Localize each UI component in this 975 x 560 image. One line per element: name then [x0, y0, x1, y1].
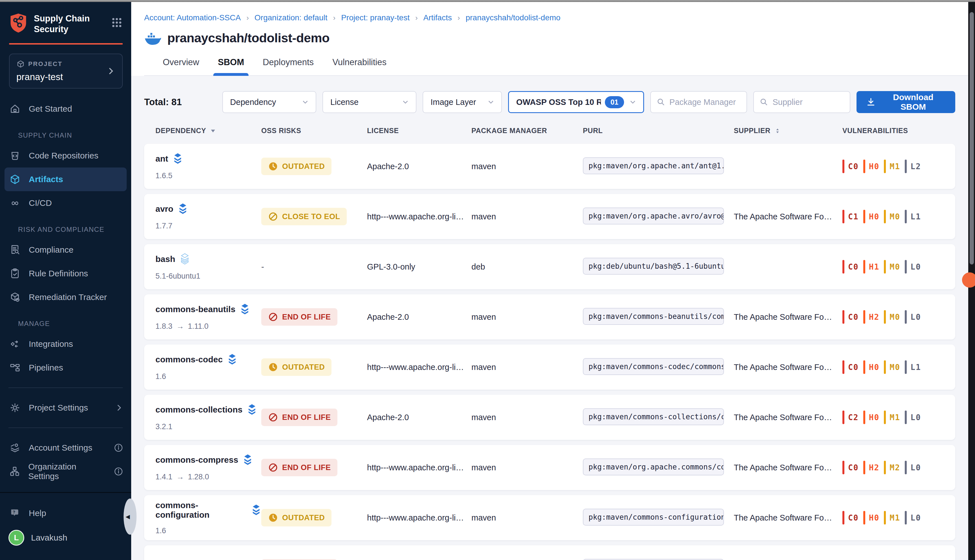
severity-bar	[905, 160, 907, 173]
dependency-name[interactable]: commons-collections	[155, 405, 242, 415]
severity-m-count: M0	[884, 260, 905, 273]
chevron-down-icon	[487, 98, 495, 106]
purl-chip[interactable]: pkg:maven/org.apache.avro/avro@1…	[583, 208, 724, 225]
table-row-commons-collections[interactable]: commons-collections3.2.1END OF LIFEApach…	[144, 395, 955, 440]
table-row-bash[interactable]: bash5.1-6ubuntu1-GPL-3.0-onlydebpkg:deb/…	[144, 244, 955, 289]
severity-bar	[884, 410, 886, 424]
severity-label: L0	[910, 513, 921, 522]
dependency-name[interactable]: ant	[155, 154, 168, 163]
breadcrumb-project[interactable]: Project: pranay-test	[341, 13, 410, 22]
severity-h-count: H0	[863, 410, 884, 424]
info-icon[interactable]	[114, 443, 123, 453]
module-grid-icon[interactable]	[111, 13, 123, 28]
table-row-avro[interactable]: avro1.7.7CLOSE TO EOLhttp---www.apache.o…	[144, 194, 955, 239]
floating-widget-dot[interactable]	[962, 272, 975, 288]
purl-chip[interactable]: pkg:maven/org.apache.ant/ant@1.6…	[583, 157, 724, 174]
sidebar-item-integrations[interactable]: Integrations	[0, 332, 131, 356]
dependency-name[interactable]: bash	[155, 254, 175, 264]
breadcrumb-organization[interactable]: Organization: default	[254, 13, 327, 22]
tab-deployments[interactable]: Deployments	[263, 57, 314, 75]
home-icon	[8, 103, 22, 115]
sidebar-item-ci-cd[interactable]: CI/CD	[0, 191, 131, 215]
severity-label: M1	[890, 513, 900, 522]
purl-cell: pkg:maven/org.apache.avro/avro@1…	[583, 208, 734, 226]
dependency-name[interactable]: commons-beanutils	[155, 305, 235, 314]
severity-c-count: C0	[842, 511, 863, 525]
severity-label: M1	[890, 162, 900, 171]
purl-chip[interactable]: pkg:maven/commons-beanutils/comm…	[583, 308, 724, 325]
info-icon[interactable]	[114, 467, 123, 476]
purl-chip[interactable]: pkg:maven/org.apache.commons/com…	[583, 458, 724, 475]
sidebar-item-help[interactable]: ? Help	[0, 502, 131, 525]
dependency-cell: bash5.1-6ubuntu1	[155, 253, 261, 280]
purl-chip[interactable]: pkg:deb/ubuntu/bash@5.1-6ubuntu1	[583, 258, 724, 275]
breadcrumb-current[interactable]: pranaycshah/todolist-demo	[466, 13, 560, 22]
sidebar-item-get-started[interactable]: Get Started	[0, 97, 131, 121]
column-dependency[interactable]: DEPENDENCY	[155, 127, 261, 135]
sidebar-bottom: ? Help L Lavakush	[0, 492, 131, 560]
severity-label: M2	[890, 463, 900, 472]
oss-risk-badge: END OF LIFE	[261, 459, 337, 476]
table-row-commons-fileupload[interactable]: commons-fileuploadEND OF LIFEApache-2.0m…	[144, 545, 955, 560]
user-menu[interactable]: L Lavakush	[0, 525, 131, 550]
image-layer-filter-select[interactable]: Image Layer	[422, 91, 502, 113]
dependency-name[interactable]: commons-codec	[155, 355, 223, 364]
layers-icon	[180, 253, 190, 265]
tab-sbom[interactable]: SBOM	[218, 57, 244, 75]
purl-chip[interactable]: pkg:maven/commons-codec/commons-…	[583, 358, 724, 375]
download-sbom-button[interactable]: Download SBOM	[856, 91, 955, 113]
dependency-version: 1.8.3→1.11.0	[155, 322, 261, 331]
sidebar-item-artifacts[interactable]: Artifacts	[5, 167, 127, 191]
dependency-name[interactable]: avro	[155, 204, 173, 214]
dependency-name[interactable]: commons-compress	[155, 455, 238, 465]
column-purl: PURL	[583, 127, 734, 135]
project-selector[interactable]: PROJECT pranay-test	[9, 53, 123, 88]
purl-chip[interactable]: pkg:maven/commons-fileupload/comm…	[583, 559, 724, 560]
severity-m-count: M1	[884, 511, 905, 525]
license-filter-select[interactable]: License	[322, 91, 416, 113]
oss-risk-label: END OF LIFE	[282, 313, 331, 322]
owasp-risks-filter-select[interactable]: OWASP OSS Top 10 Risks 01	[508, 91, 644, 113]
dependency-filter-select[interactable]: Dependency	[222, 91, 316, 113]
table-row-ant[interactable]: ant1.6.5OUTDATEDApache-2.0mavenpkg:maven…	[144, 144, 955, 189]
sidebar-item-account-settings[interactable]: Account Settings	[0, 436, 131, 460]
severity-label: M0	[890, 312, 900, 322]
column-supplier[interactable]: SUPPLIER	[734, 127, 842, 135]
purl-cell: pkg:maven/commons-collections/co…	[583, 408, 734, 426]
tab-vulnerabilities[interactable]: Vulnerabilities	[332, 57, 387, 75]
table-row-commons-beanutils[interactable]: commons-beanutils1.8.3→1.11.0END OF LIFE…	[144, 294, 955, 340]
package-manager: maven	[471, 363, 583, 372]
sidebar-item-remediation-tracker[interactable]: Remediation Tracker	[0, 285, 131, 309]
clock-icon	[268, 362, 278, 372]
table-row-commons-codec[interactable]: commons-codec1.6OUTDATEDhttp---www.apach…	[144, 345, 955, 390]
sidebar-item-project-settings[interactable]: Project Settings	[0, 396, 131, 420]
layers-icon	[251, 504, 261, 516]
table-row-commons-configuration[interactable]: commons-configuration1.6OUTDATEDhttp---w…	[144, 495, 955, 540]
purl-chip[interactable]: pkg:maven/commons-configuration/…	[583, 509, 724, 526]
severity-bar	[905, 410, 907, 424]
table-row-commons-compress[interactable]: commons-compress1.4.1→1.28.0END OF LIFEh…	[144, 445, 955, 490]
purl-chip[interactable]: pkg:maven/commons-collections/co…	[583, 408, 724, 425]
severity-label: C0	[848, 363, 859, 372]
breadcrumb-artifacts[interactable]: Artifacts	[424, 13, 452, 22]
severity-m-count: M0	[884, 310, 905, 324]
version-upgrade-arrow-icon: →	[176, 322, 184, 331]
scrollbar-thumb[interactable]	[970, 12, 974, 265]
sidebar-item-organization-settings[interactable]: Organization Settings	[0, 460, 131, 483]
tab-overview[interactable]: Overview	[163, 57, 199, 75]
dependency-name[interactable]: commons-configuration	[155, 500, 247, 520]
supplier: The Apache Software Foun…	[734, 312, 842, 322]
package-manager-search-input[interactable]	[669, 98, 741, 107]
sidebar-item-rule-definitions[interactable]: Rule Definitions	[0, 262, 131, 285]
sidebar-item-code-repositories[interactable]: Code Repositories	[0, 144, 131, 167]
breadcrumb-account[interactable]: Account: Automation-SSCA	[144, 13, 240, 22]
sidebar-item-pipelines[interactable]: Pipelines	[0, 356, 131, 380]
sidebar-collapse-handle[interactable]: ◀	[124, 498, 137, 535]
total-count: Total: 81	[144, 97, 222, 107]
sidebar-item-compliance[interactable]: Compliance	[0, 238, 131, 262]
supplier-search-input[interactable]	[773, 98, 844, 107]
oss-risk-cell: -	[261, 262, 367, 272]
dependency-version: 1.7.7	[155, 222, 261, 230]
sidebar-item-label: Code Repositories	[29, 151, 99, 160]
sort-updown-icon	[774, 127, 781, 135]
